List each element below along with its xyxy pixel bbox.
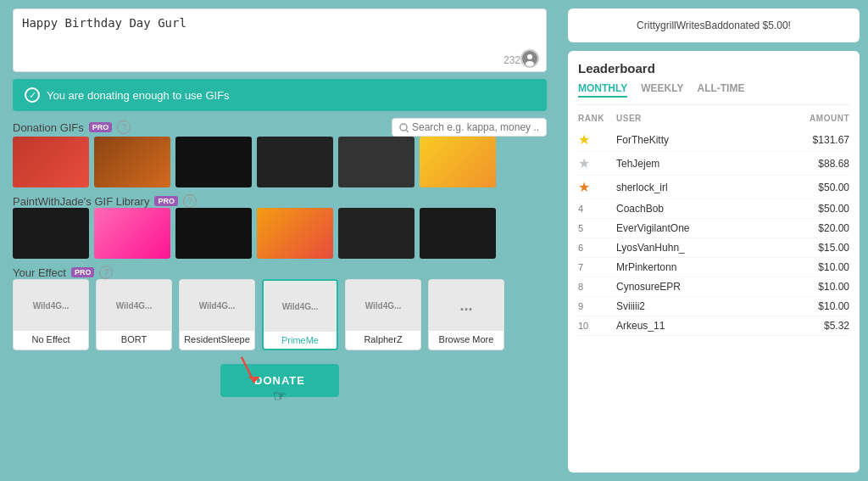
gif-item[interactable] bbox=[94, 137, 170, 187]
user-cell: LyosVanHuhn_ bbox=[616, 242, 782, 254]
gif-library-row bbox=[13, 208, 547, 259]
effect-label: Browse More bbox=[429, 331, 504, 348]
amount-cell: $5.32 bbox=[782, 320, 849, 332]
svg-point-3 bbox=[400, 124, 407, 131]
check-icon: ✓ bbox=[25, 87, 40, 103]
effect-item-no-effect[interactable]: Wild4G... No Effect bbox=[13, 279, 89, 350]
rank-cell: 7 bbox=[578, 262, 616, 272]
gif-item[interactable] bbox=[175, 208, 252, 259]
svg-point-1 bbox=[527, 54, 532, 59]
gif-library-header: PaintWithJade's GIF Library PRO ? bbox=[13, 194, 547, 208]
notification-text: CrittygrillWritesBaddonated $5.00! bbox=[637, 20, 791, 31]
effect-thumb: Wild4G... bbox=[346, 280, 420, 331]
effect-item-residentsleeper[interactable]: Wild4G... ResidentSleepe bbox=[179, 279, 255, 350]
gif-library-label: PaintWithJade's GIF Library bbox=[13, 195, 149, 208]
table-row: 8 CynosureEPR $10.00 bbox=[578, 277, 849, 297]
gif-item[interactable] bbox=[338, 137, 415, 187]
gif-item[interactable] bbox=[338, 208, 415, 259]
avatar bbox=[520, 49, 539, 68]
help-icon[interactable]: ? bbox=[117, 120, 131, 134]
your-effect-label: Your Effect bbox=[13, 266, 66, 279]
rank-num: 7 bbox=[578, 262, 583, 272]
gif-item[interactable] bbox=[257, 208, 333, 259]
svg-marker-6 bbox=[248, 377, 260, 383]
rank-num: 9 bbox=[578, 301, 583, 311]
table-row: ★ ForTheKitty $131.67 bbox=[578, 128, 849, 152]
rank-num: 4 bbox=[578, 204, 583, 214]
gif-item[interactable] bbox=[13, 137, 89, 187]
gif-item[interactable] bbox=[175, 137, 252, 187]
gif-item[interactable] bbox=[420, 137, 496, 187]
notification-card: CrittygrillWritesBaddonated $5.00! bbox=[568, 8, 860, 42]
amount-cell: $15.00 bbox=[782, 242, 849, 254]
gif-search-input[interactable] bbox=[412, 121, 539, 133]
leaderboard-tabs: MONTHLY WEEKLY ALL-TIME bbox=[578, 82, 849, 105]
rank-cell: ★ bbox=[578, 131, 616, 148]
rank-cell: ★ bbox=[578, 155, 616, 171]
gif-item[interactable] bbox=[420, 208, 496, 259]
effect-thumb: ... bbox=[429, 280, 504, 331]
amount-cell: $10.00 bbox=[782, 281, 849, 293]
search-icon bbox=[399, 123, 409, 132]
tab-weekly[interactable]: WEEKLY bbox=[641, 82, 683, 98]
rank-num: 5 bbox=[578, 223, 583, 233]
effect-item-browse-more[interactable]: ... Browse More bbox=[428, 279, 504, 350]
help-icon-library[interactable]: ? bbox=[183, 194, 197, 208]
tab-alltime[interactable]: ALL-TIME bbox=[697, 82, 744, 98]
donate-section: DONATE ☞ bbox=[13, 357, 547, 404]
table-row: 6 LyosVanHuhn_ $15.00 bbox=[578, 238, 849, 258]
rank-star-gold: ★ bbox=[578, 131, 590, 148]
donation-notice: ✓ You are donating enough to use GIFs bbox=[13, 79, 547, 111]
effect-thumb: Wild4G... bbox=[180, 280, 254, 331]
effect-item-bort[interactable]: Wild4G... BORT bbox=[96, 279, 172, 350]
effect-thumb: Wild4G... bbox=[97, 280, 171, 331]
table-row: 5 EverVigilantOne $20.00 bbox=[578, 219, 849, 238]
rank-star-silver: ★ bbox=[578, 155, 590, 171]
tab-monthly[interactable]: MONTHLY bbox=[578, 82, 627, 98]
rank-cell: 6 bbox=[578, 243, 616, 253]
amount-cell: $10.00 bbox=[782, 300, 849, 312]
rank-cell: 4 bbox=[578, 204, 616, 214]
donation-gifs-label: Donation GIFs bbox=[13, 121, 84, 134]
table-row: 9 Sviiiii2 $10.00 bbox=[578, 297, 849, 316]
gif-item[interactable] bbox=[257, 137, 333, 187]
pro-badge-library: PRO bbox=[154, 196, 178, 206]
donation-notice-text: You are donating enough to use GIFs bbox=[47, 89, 230, 102]
arrow-indicator bbox=[216, 353, 267, 394]
rank-cell: 8 bbox=[578, 282, 616, 292]
rank-cell: 10 bbox=[578, 321, 616, 331]
cursor-icon: ☞ bbox=[273, 387, 287, 405]
gif-search-box bbox=[392, 118, 547, 137]
donation-gifs-row bbox=[13, 137, 547, 187]
message-input[interactable]: Happy Birthday Day Gurl bbox=[22, 16, 537, 54]
svg-point-2 bbox=[526, 61, 534, 66]
donation-gifs-section: Donation GIFs PRO ? bbox=[13, 118, 547, 187]
leaderboard-headers: RANK USER AMOUNT bbox=[578, 114, 849, 123]
gif-item[interactable] bbox=[13, 208, 89, 259]
leaderboard-title: Leaderboard bbox=[578, 61, 849, 76]
user-cell: sherlock_irl bbox=[616, 182, 782, 193]
table-row: 7 MrPinkertonn $10.00 bbox=[578, 258, 849, 277]
effect-item-ralpherz[interactable]: Wild4G... RalpherZ bbox=[345, 279, 421, 350]
amount-cell: $50.00 bbox=[782, 182, 849, 193]
effect-label: BORT bbox=[97, 331, 171, 348]
user-cell: MrPinkertonn bbox=[616, 261, 782, 273]
donation-gifs-header: Donation GIFs PRO ? bbox=[13, 118, 547, 137]
gif-item[interactable] bbox=[94, 208, 170, 259]
amount-cell: $10.00 bbox=[782, 261, 849, 273]
effect-label: ResidentSleepe bbox=[180, 331, 254, 348]
pro-badge: PRO bbox=[89, 122, 113, 132]
amount-cell: $20.00 bbox=[782, 222, 849, 234]
user-cell: TehJejem bbox=[616, 158, 782, 170]
help-icon-effect[interactable]: ? bbox=[99, 266, 113, 279]
your-effect-section: Your Effect PRO ? Wild4G... No Effect Wi… bbox=[13, 266, 547, 350]
effect-item-primeme[interactable]: Wild4G... PrimeMe bbox=[262, 279, 338, 350]
pro-badge-effect: PRO bbox=[71, 267, 95, 277]
user-cell: Sviiiii2 bbox=[616, 300, 782, 312]
user-cell: CoachBob bbox=[616, 203, 782, 215]
left-panel: Happy Birthday Day Gurl 232 ✓ You are do… bbox=[0, 0, 559, 481]
header-user: USER bbox=[616, 114, 782, 123]
rank-num: 10 bbox=[578, 321, 588, 331]
user-cell: EverVigilantOne bbox=[616, 222, 782, 234]
rank-star-bronze: ★ bbox=[578, 179, 590, 195]
